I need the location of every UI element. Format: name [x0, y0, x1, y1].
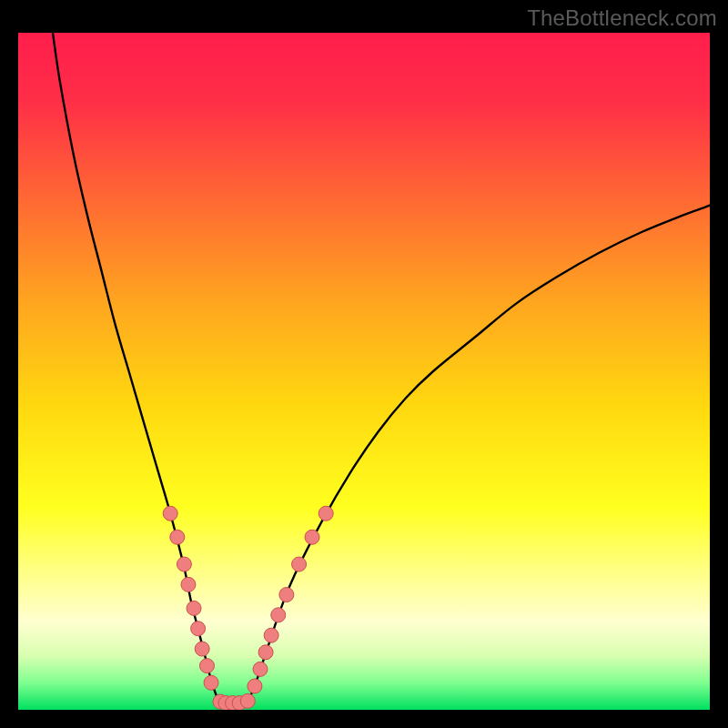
marker-dot: [187, 601, 201, 615]
marker-dot: [318, 506, 333, 521]
bottleneck-chart: [18, 33, 710, 710]
marker-dot: [170, 530, 185, 544]
marker-dot: [264, 628, 278, 642]
chart-root: TheBottleneck.com: [0, 0, 728, 728]
marker-dot: [195, 642, 209, 656]
marker-dot: [292, 557, 307, 571]
marker-dot: [191, 622, 206, 636]
marker-dot: [305, 530, 319, 544]
marker-dot: [279, 588, 294, 602]
marker-dot: [163, 506, 177, 521]
marker-dot: [248, 679, 262, 693]
marker-dot: [271, 608, 286, 622]
marker-dot: [199, 659, 214, 673]
marker-dot: [240, 693, 255, 708]
gradient-background: [18, 33, 710, 710]
marker-dot: [204, 675, 218, 690]
marker-dot: [177, 557, 191, 571]
marker-dot: [258, 645, 273, 660]
watermark-text: TheBottleneck.com: [527, 5, 717, 31]
marker-dot: [253, 662, 268, 676]
marker-dot: [181, 577, 196, 592]
plot-frame: [18, 33, 710, 710]
